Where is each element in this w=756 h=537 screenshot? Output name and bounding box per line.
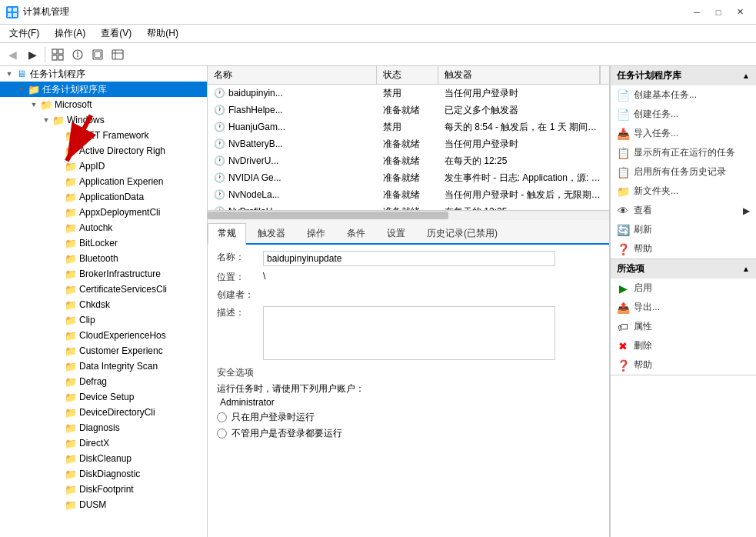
task-row[interactable]: 🕐 FlashHelpe... 准备就绪 已定义多个触发器 <box>208 102 609 118</box>
menu-view[interactable]: 查看(V) <box>95 25 138 42</box>
ops-item-create-basic[interactable]: 📄 创建基本任务... <box>611 85 756 105</box>
ops-item-view-label: 查看 <box>634 204 652 217</box>
tree-item-custexp[interactable]: 📁 Customer Experienc <box>0 343 207 359</box>
tree-item-appdata[interactable]: 📁 ApplicationData <box>0 189 207 205</box>
toolbar-btn-4[interactable] <box>108 46 127 63</box>
tree-item-autochk[interactable]: 📁 Autochk <box>0 220 207 235</box>
tree-item-root[interactable]: ▼ 🖥 任务计划程序 <box>0 66 207 82</box>
tree-item-appexp[interactable]: 📁 Application Experien <box>0 174 207 189</box>
tab-actions[interactable]: 操作 <box>297 223 335 243</box>
tree-item-diskclean[interactable]: 📁 DiskCleanup <box>0 451 207 466</box>
menu-file[interactable]: 文件(F) <box>3 25 45 42</box>
tree-label-diagnosis: Diagnosis <box>79 422 120 433</box>
tree-item-defrag[interactable]: 📁 Defrag <box>0 374 207 389</box>
close-button[interactable]: ✕ <box>730 5 750 20</box>
radio-login-only[interactable] <box>217 412 227 422</box>
tree-item-chkdsk[interactable]: 📁 Chkdsk <box>0 297 207 312</box>
tab-settings[interactable]: 设置 <box>377 223 415 243</box>
ops-item-create-task[interactable]: 📄 创建任务... <box>611 105 756 124</box>
minimize-button[interactable]: ─ <box>687 5 707 20</box>
col-header-trigger[interactable]: 触发器 <box>438 66 600 84</box>
task-row[interactable]: 🕐 NvDriverU... 准备就绪 在每天的 12:25 <box>208 152 609 169</box>
toolbar-btn-2[interactable] <box>68 46 87 63</box>
new-folder-icon: 📁 <box>617 185 629 198</box>
tree-item-datainteg[interactable]: 📁 Data Integrity Scan <box>0 359 207 374</box>
tree-item-appdeploy[interactable]: 📁 AppxDeploymentCli <box>0 205 207 220</box>
tree-container[interactable]: ▼ 🖥 任务计划程序 ▼ 📁 任务计划程序库 ▼ 📁 Microsoft <box>0 66 207 537</box>
ops-item-import[interactable]: 📥 导入任务... <box>611 124 756 143</box>
task-row[interactable]: 🕐 NvBatteryB... 准备就绪 当任何用户登录时 <box>208 135 609 152</box>
tree-item-cloudexp[interactable]: 📁 CloudExperienceHos <box>0 328 207 343</box>
ops-section-lib-header[interactable]: 任务计划程序库 ▲ <box>611 66 756 85</box>
tab-triggers[interactable]: 触发器 <box>248 223 295 243</box>
ops-item-enable[interactable]: ▶ 启用 <box>611 279 756 298</box>
ops-section-selected-header[interactable]: 所选项 ▲ <box>611 259 756 279</box>
window-controls[interactable]: ─ □ ✕ <box>687 5 750 20</box>
toolbar-btn-1[interactable] <box>48 46 67 63</box>
chevron-up-selected-icon: ▲ <box>742 265 750 273</box>
tree-label-dusm: DUSM <box>79 499 106 510</box>
detail-desc-textarea[interactable] <box>263 306 555 360</box>
detail-name-input[interactable] <box>263 251 555 266</box>
ops-item-enable-history[interactable]: 📋 启用所有任务历史记录 <box>611 162 756 182</box>
tree-item-clip[interactable]: 📁 Clip <box>0 312 207 328</box>
task-row[interactable]: 🕐 NVIDIA Ge... 准备就绪 发生事件时 - 日志: Applicat… <box>208 169 609 186</box>
tree-item-bluetooth[interactable]: 📁 Bluetooth <box>0 251 207 266</box>
toolbar-btn-3[interactable] <box>88 46 107 63</box>
ops-item-help-selected[interactable]: ❓ 帮助 <box>611 355 756 375</box>
ops-item-show-running[interactable]: 📋 显示所有正在运行的任务 <box>611 143 756 162</box>
ops-item-export[interactable]: 📤 导出... <box>611 298 756 317</box>
ops-item-new-folder[interactable]: 📁 新文件夹... <box>611 182 756 201</box>
tree-item-devsetup[interactable]: 📁 Device Setup <box>0 389 207 405</box>
ops-section-selected-title: 所选项 <box>617 262 644 275</box>
enable-history-icon: 📋 <box>617 166 629 178</box>
radio-always-run[interactable] <box>217 429 227 439</box>
tree-item-certsvc[interactable]: 📁 CertificateServicesCli <box>0 282 207 297</box>
menu-action[interactable]: 操作(A) <box>48 25 92 42</box>
tree-item-diskdiag[interactable]: 📁 DiskDiagnostic <box>0 466 207 482</box>
folder-icon-chkdsk: 📁 <box>65 299 77 311</box>
h-scrollbar[interactable] <box>208 210 609 219</box>
ops-item-help-lib[interactable]: ❓ 帮助 <box>611 239 756 258</box>
tab-history[interactable]: 历史记录(已禁用) <box>417 223 508 243</box>
tree-toggle-appdata <box>52 191 65 203</box>
ops-item-refresh[interactable]: 🔄 刷新 <box>611 220 756 239</box>
task-row[interactable]: 🕐 NvProfileU... 准备就绪 在每天的 12:25 <box>208 203 609 210</box>
radio-row-1: 只在用户登录时运行 <box>217 411 600 424</box>
col-header-name[interactable]: 名称 <box>208 66 377 84</box>
tree-item-directx[interactable]: 📁 DirectX <box>0 435 207 451</box>
tree-item-bitlocker[interactable]: 📁 BitLocker <box>0 235 207 251</box>
col-header-status[interactable]: 状态 <box>377 66 438 84</box>
tree-item-lib[interactable]: ▼ 📁 任务计划程序库 <box>0 82 207 97</box>
back-button[interactable]: ◀ <box>3 46 22 63</box>
ops-section-lib: 任务计划程序库 ▲ 📄 创建基本任务... 📄 创建任务... 📥 导入任务..… <box>611 66 756 259</box>
svg-rect-4 <box>52 49 57 54</box>
tree-item-netfx[interactable]: 📁 .NET Framework <box>0 128 207 143</box>
ops-item-properties[interactable]: 🏷 属性 <box>611 317 756 336</box>
folder-icon-win: 📁 <box>52 114 65 126</box>
maximize-button[interactable]: □ <box>708 5 728 20</box>
task-row[interactable]: 🕐 HuanjuGam... 禁用 每天的 8:54 - 触发后，在 1 天 期… <box>208 118 609 135</box>
forward-button[interactable]: ▶ <box>23 46 42 63</box>
tab-conditions[interactable]: 条件 <box>337 223 375 243</box>
tree-item-microsoft[interactable]: ▼ 📁 Microsoft <box>0 97 207 112</box>
task-list-body[interactable]: 🕐 baidupinyin... 禁用 当任何用户登录时 🕐 FlashHelp… <box>208 85 609 210</box>
ops-item-view[interactable]: 👁 查看 ▶ <box>611 201 756 220</box>
svg-rect-13 <box>112 50 123 59</box>
tree-item-adrights[interactable]: 📁 Active Directory Righ <box>0 143 207 158</box>
ops-item-delete[interactable]: ✖ 删除 <box>611 336 756 355</box>
task-row[interactable]: 🕐 baidupinyin... 禁用 当任何用户登录时 <box>208 85 609 102</box>
task-status-5: 准备就绪 <box>377 172 438 185</box>
tree-item-appid[interactable]: 📁 AppID <box>0 158 207 174</box>
menu-help[interactable]: 帮助(H) <box>141 25 185 42</box>
ops-item-refresh-label: 刷新 <box>634 223 652 236</box>
tree-item-diagnosis[interactable]: 📁 Diagnosis <box>0 420 207 435</box>
create-basic-icon: 📄 <box>617 89 629 102</box>
tree-item-dusm[interactable]: 📁 DUSM <box>0 497 207 512</box>
tab-general[interactable]: 常规 <box>208 223 246 245</box>
task-row[interactable]: 🕐 NvNodeLa... 准备就绪 当任何用户登录时 - 触发后，无限期地每隔… <box>208 186 609 203</box>
tree-item-windows[interactable]: ▼ 📁 Windows <box>0 112 207 128</box>
tree-item-devdirctly[interactable]: 📁 DeviceDirectoryCli <box>0 405 207 420</box>
tree-item-diskfoot[interactable]: 📁 DiskFootprint <box>0 482 207 497</box>
tree-item-broker[interactable]: 📁 BrokerInfrastructure <box>0 266 207 282</box>
